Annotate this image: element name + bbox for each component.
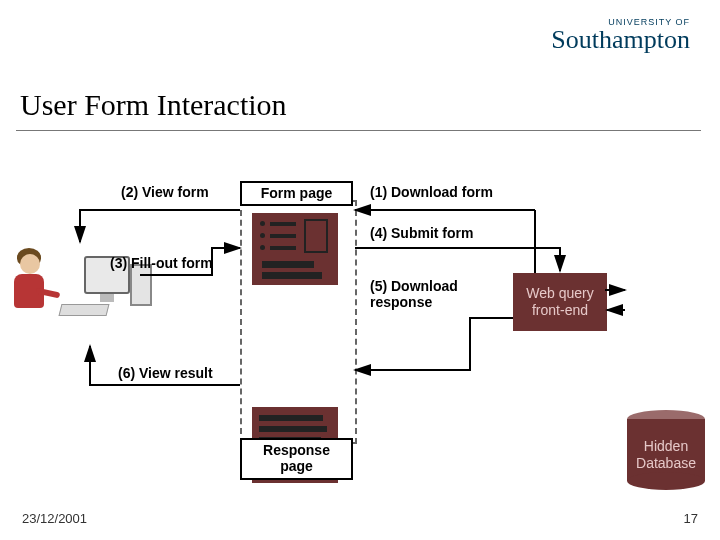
web-query-frontend-box: Web query front-end: [513, 273, 607, 331]
title-underline: [16, 130, 701, 131]
step-3-label: (3) Fill-out form: [110, 255, 213, 271]
slide-title: User Form Interaction: [20, 88, 287, 122]
response-page-label-box: Response page: [240, 438, 353, 480]
step-5-label: (5) Download response: [370, 278, 458, 310]
slide-number: 17: [684, 511, 698, 526]
form-page-label: Form page: [261, 185, 333, 201]
step-2-label: (2) View form: [121, 184, 209, 200]
form-page-label-box: Form page: [240, 181, 353, 206]
step-4-label: (4) Submit form: [370, 225, 473, 241]
hidden-database-label: Hidden Database: [627, 438, 705, 472]
form-page-thumbnail: [252, 213, 338, 285]
slide-date: 23/12/2001: [22, 511, 87, 526]
step-6-label: (6) View result: [118, 365, 213, 381]
response-page-label: Response page: [242, 442, 351, 474]
university-logo: UNIVERSITY OF Southampton: [551, 18, 690, 53]
logo-name: Southampton: [551, 27, 690, 53]
step-1-label: (1) Download form: [370, 184, 493, 200]
hidden-database-icon: Hidden Database: [627, 410, 705, 488]
